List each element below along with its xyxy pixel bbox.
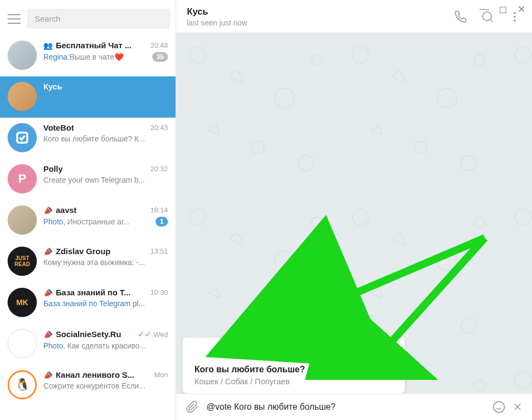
svg-point-4 — [514, 16, 516, 18]
chat-item[interactable]: MK 📣База знаний по T...10:30 База знаний… — [0, 282, 176, 324]
read-checks-icon: ✓✓ — [138, 329, 152, 339]
group-icon: 👥 — [43, 41, 53, 50]
window-controls: — ◻ ✕ — [479, 3, 527, 15]
megaphone-icon: 📣 — [43, 247, 54, 256]
avatar: MK — [8, 288, 37, 317]
chat-preview: Regina: Выше в чате ❤️ — [43, 53, 149, 61]
message-input[interactable]: @vote Кого вы любите больше? — [206, 402, 485, 412]
svg-line-7 — [317, 238, 485, 309]
chat-name: 📣aavst — [43, 205, 76, 215]
chat-name: 📣Zdislav Group — [43, 247, 111, 256]
chat-item[interactable]: 📣aavst18:14 Photo, Иностранные аг... 1 — [0, 200, 176, 241]
header-title[interactable]: Кусь — [187, 7, 454, 17]
avatar: 🐧 — [8, 370, 37, 399]
heart-icon: ❤️ — [114, 53, 124, 61]
poll-question: Кого вы любите больше? — [194, 365, 393, 374]
sidebar: Search 👥Бесплатный Чат ... 20:48 Regina:… — [0, 0, 176, 420]
unread-badge: 1 — [155, 217, 168, 227]
clear-input-icon[interactable]: ✕ — [513, 400, 522, 413]
chat-name: 👥Бесплатный Чат ... — [43, 41, 132, 50]
avatar — [8, 329, 37, 358]
main-panel: Кусь last seen just now Create new poll … — [176, 0, 532, 420]
chat-time: 20:48 — [150, 41, 168, 49]
svg-line-2 — [490, 20, 492, 22]
close-window-icon[interactable]: ✕ — [516, 3, 527, 15]
message-input-bar: @vote Кого вы любите больше? ✕ — [176, 393, 532, 420]
chat-preview: Кому нужна эта выжимка: -... — [43, 258, 168, 267]
chat-time: 18:14 — [150, 206, 168, 214]
chat-item[interactable]: 👥Бесплатный Чат ... 20:48 Regina: Выше в… — [0, 35, 176, 76]
unread-badge: 35 — [152, 52, 168, 62]
chat-time: Mon — [154, 371, 168, 379]
sidebar-header: Search — [0, 0, 176, 35]
chat-time: ✓✓ Wed — [138, 329, 168, 339]
megaphone-icon: 📣 — [43, 288, 54, 297]
chat-area: Create new poll Кого вы любите больше? К… — [176, 33, 532, 393]
annotation-arrow — [176, 33, 532, 380]
chat-preview: База знаний по Telegram pl... — [43, 299, 168, 308]
chat-time: 13:51 — [150, 247, 168, 255]
svg-point-5 — [514, 20, 516, 22]
avatar — [8, 41, 37, 70]
poll-options: Кошек / Собак / Попугаев — [194, 377, 393, 386]
chat-preview: Кого вы любите больше? К... — [43, 134, 168, 143]
chat-name: 📣База знаний по T... — [43, 288, 131, 297]
poll-create-label[interactable]: Create new poll — [194, 346, 393, 356]
chat-time: 20:43 — [150, 124, 168, 132]
megaphone-icon: 📣 — [43, 329, 54, 339]
search-input[interactable]: Search — [27, 9, 170, 29]
chat-item[interactable]: Кусь — [0, 76, 176, 118]
header-status: last seen just now — [187, 18, 454, 27]
chat-list: 👥Бесплатный Чат ... 20:48 Regina: Выше в… — [0, 35, 176, 420]
chat-name: VoteBot — [43, 123, 74, 132]
avatar: P — [8, 164, 37, 193]
chat-preview: Photo, Как сделать красиво... — [43, 341, 168, 350]
chat-item[interactable]: 🐧 📣Канал ленивого S...Mon Сожрите конкур… — [0, 365, 176, 406]
chat-item[interactable]: JUSTREAD 📣Zdislav Group13:51 Кому нужна … — [0, 241, 176, 282]
chat-item[interactable]: P Polly20:32 Create your own Telegram b.… — [0, 159, 176, 200]
chat-time: 10:30 — [150, 288, 168, 296]
svg-point-9 — [494, 402, 504, 412]
chat-preview: Photo, Иностранные аг... — [43, 217, 152, 226]
chat-item[interactable]: 📣SocialnieSety.Ru✓✓ Wed Photo, Как сдела… — [0, 324, 176, 365]
call-icon[interactable] — [454, 10, 467, 23]
chat-preview: Create your own Telegram b... — [43, 176, 168, 184]
chat-time: 20:32 — [150, 165, 168, 173]
poll-suggestion-card[interactable]: Create new poll Кого вы любите больше? К… — [183, 338, 405, 393]
minimize-icon[interactable]: — — [479, 3, 490, 15]
emoji-icon[interactable] — [492, 400, 505, 413]
chat-name: 📣Канал ленивого S... — [43, 370, 134, 379]
chat-name: 📣SocialnieSety.Ru — [43, 329, 121, 339]
megaphone-icon: 📣 — [43, 370, 54, 379]
chat-name: Кусь — [43, 82, 62, 91]
attachment-icon[interactable] — [186, 400, 199, 413]
megaphone-icon: 📣 — [43, 205, 54, 215]
avatar — [8, 205, 37, 235]
chat-item[interactable]: VoteBot20:43 Кого вы любите больше? К... — [0, 118, 176, 159]
avatar: JUSTREAD — [8, 247, 37, 276]
avatar — [8, 82, 37, 111]
maximize-icon[interactable]: ◻ — [497, 3, 508, 15]
avatar — [8, 123, 37, 152]
hamburger-menu-icon[interactable] — [8, 14, 21, 24]
chat-preview: Сожрите конкурентов Если... — [43, 382, 168, 390]
chat-name: Polly — [43, 164, 63, 173]
